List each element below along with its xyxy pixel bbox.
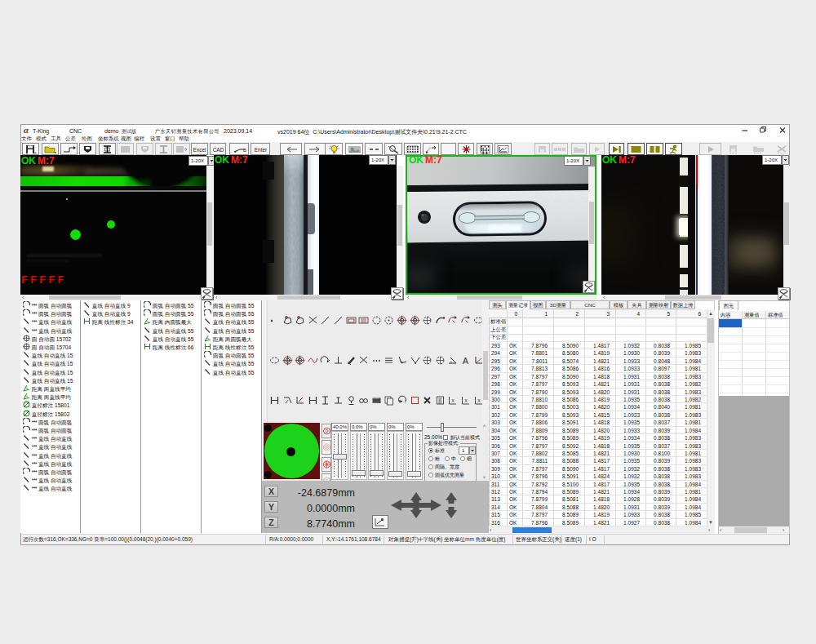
svg-text:B: B	[243, 148, 246, 153]
svg-text:Enter: Enter	[254, 147, 267, 153]
svg-text:x: x	[477, 398, 481, 403]
svg-text:CAD: CAD	[212, 147, 224, 153]
svg-text:A: A	[463, 356, 469, 366]
svg-text:x: x	[464, 398, 468, 403]
svg-text:Excel: Excel	[193, 147, 206, 153]
svg-text:x: x	[452, 398, 455, 403]
